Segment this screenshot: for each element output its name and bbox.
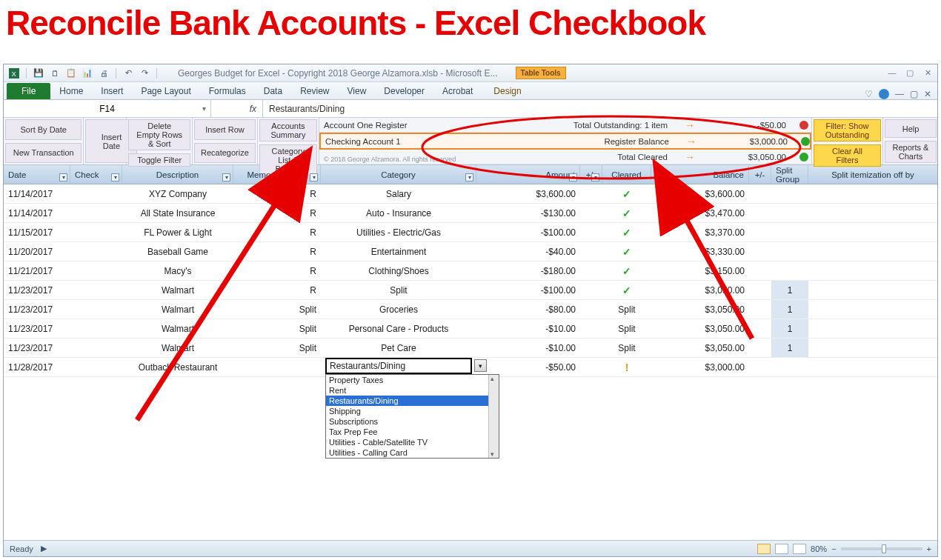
cell[interactable] [70, 261, 122, 280]
tab-home[interactable]: Home [50, 83, 92, 99]
cell[interactable] [749, 184, 771, 203]
cell[interactable]: Clothing/Shoes [321, 261, 476, 280]
recategorize-button[interactable]: Recategorize [194, 143, 256, 164]
cell[interactable]: $3,050.00 [651, 300, 749, 319]
dropdown-toggle-icon[interactable]: ▾ [474, 359, 487, 372]
cell[interactable]: 11/14/2017 [4, 184, 70, 203]
window-close-icon[interactable]: ✕ [924, 89, 931, 99]
cell[interactable]: 11/23/2017 [4, 339, 70, 357]
col-split-itemization[interactable]: Split itemization off by [808, 165, 937, 184]
zoom-slider[interactable] [841, 547, 922, 550]
cell[interactable]: XYZ Company [122, 184, 233, 203]
table-row[interactable]: 11/15/2017FL Power & LightRUtilities - E… [4, 223, 937, 242]
col-pm1[interactable]: +/-▾ [580, 165, 602, 184]
cell[interactable]: $3,150.00 [651, 261, 749, 280]
macro-record-icon[interactable]: ▶ [41, 544, 47, 553]
col-cleared[interactable]: Cleared [602, 165, 651, 184]
window-restore-icon[interactable]: ▢ [910, 89, 918, 99]
redo-icon[interactable]: ↷ [139, 67, 150, 79]
cell[interactable] [771, 184, 808, 203]
cell[interactable]: 1 [771, 319, 808, 338]
filter-show-outstanding-button[interactable]: Filter: Show Outstanding [814, 119, 881, 141]
help-button[interactable]: Help [885, 119, 937, 138]
table-body[interactable]: 11/14/2017XYZ CompanyRSalary$3,600.00✓$3… [4, 184, 937, 540]
category-dropdown-cell[interactable]: Restaurants/Dining▾Property TaxesRentRes… [321, 358, 476, 376]
view-normal-button[interactable] [757, 544, 771, 554]
cell[interactable]: Split [602, 319, 651, 338]
cell[interactable]: $3,470.00 [651, 204, 749, 222]
cell[interactable]: 11/14/2017 [4, 204, 70, 222]
cell[interactable]: Personal Care - Products [321, 319, 476, 338]
cell[interactable] [70, 242, 122, 261]
col-balance[interactable]: Balance [651, 165, 749, 184]
cell[interactable]: ✓ [602, 261, 651, 280]
name-box[interactable]: F14 [4, 100, 211, 117]
ribbon-collapse-icon[interactable]: ♡ [865, 89, 873, 99]
filter-dropdown-icon[interactable]: ▾ [310, 173, 318, 181]
cell[interactable]: $3,600.00 [476, 184, 580, 203]
dropdown-option[interactable]: Subscriptions [326, 416, 499, 427]
table-row[interactable]: 11/23/2017WalmartSplitPet Care-$10.00Spl… [4, 339, 937, 358]
filter-dropdown-icon[interactable]: ▾ [274, 173, 282, 181]
cell[interactable] [70, 281, 122, 299]
cell[interactable]: Split [285, 300, 321, 319]
cell[interactable] [808, 184, 937, 203]
cell[interactable] [70, 204, 122, 222]
cell[interactable] [771, 358, 808, 376]
cell[interactable]: 1 [771, 339, 808, 357]
cell[interactable] [749, 281, 771, 299]
dropdown-list[interactable]: Property TaxesRentRestaurants/DiningShip… [325, 374, 499, 459]
cell[interactable]: -$40.00 [476, 242, 580, 261]
col-date[interactable]: Date▾ [4, 165, 70, 184]
cell[interactable]: Salary [321, 184, 476, 203]
cell[interactable] [749, 204, 771, 222]
clear-all-filters-button[interactable]: Clear All Filters [814, 144, 881, 167]
zoom-in-icon[interactable]: + [927, 544, 931, 553]
col-description[interactable]: Description▾ [122, 165, 233, 184]
cell[interactable] [233, 300, 285, 319]
cell[interactable]: Split [602, 339, 651, 357]
cell[interactable]: Baseball Game [122, 242, 233, 261]
cell[interactable]: Outback Restaurant [122, 358, 233, 376]
window-min-icon[interactable]: — [895, 89, 904, 99]
reports-charts-button[interactable]: Reports & Charts [885, 141, 937, 163]
table-row[interactable]: 11/14/2017XYZ CompanyRSalary$3,600.00✓$3… [4, 184, 937, 204]
cell[interactable]: 11/28/2017 [4, 358, 70, 376]
table-row[interactable]: 11/23/2017WalmartRSplit-$100.00✓$3,050.0… [4, 281, 937, 300]
delete-empty-rows-button[interactable]: Delete Empty Rows & Sort [128, 119, 190, 150]
filter-dropdown-icon[interactable]: ▾ [111, 173, 119, 181]
cell[interactable]: Auto - Insurance [321, 204, 476, 222]
new-transaction-button[interactable]: New Transaction [5, 143, 82, 164]
cell[interactable] [580, 223, 602, 241]
cell[interactable] [580, 242, 602, 261]
view-page-break-button[interactable] [793, 544, 806, 554]
cell[interactable] [233, 358, 285, 376]
cell[interactable]: -$130.00 [476, 204, 580, 222]
cell[interactable] [233, 339, 285, 357]
col-memo[interactable]: Memo▾ [233, 165, 285, 184]
dropdown-option[interactable]: Property Taxes [326, 375, 499, 385]
cell[interactable]: Walmart [122, 319, 233, 338]
cell[interactable]: -$100.00 [476, 223, 580, 241]
scrollbar[interactable] [488, 375, 499, 458]
cell[interactable] [580, 319, 602, 338]
cell[interactable]: $3,000.00 [651, 358, 749, 376]
view-page-layout-button[interactable] [775, 544, 788, 554]
cell[interactable]: ✓ [602, 242, 651, 261]
cell[interactable]: 11/20/2017 [4, 242, 70, 261]
cell[interactable]: ✓ [602, 204, 651, 222]
insert-row-button[interactable]: Insert Row [194, 119, 256, 140]
cell[interactable] [808, 319, 937, 338]
cell[interactable] [580, 261, 602, 280]
table-row[interactable]: 11/23/2017WalmartSplitPersonal Care - Pr… [4, 319, 937, 339]
dropdown-option[interactable]: Restaurants/Dining [326, 396, 499, 406]
cell[interactable]: Entertainment [321, 242, 476, 261]
dropdown-option[interactable]: Rent [326, 385, 499, 396]
cell[interactable]: FL Power & Light [122, 223, 233, 241]
cell[interactable]: R [285, 184, 321, 203]
cell[interactable] [808, 242, 937, 261]
tab-review[interactable]: Review [291, 83, 338, 99]
cell[interactable]: Walmart [122, 300, 233, 319]
cell[interactable] [580, 204, 602, 222]
dropdown-option[interactable]: Utilities - Calling Card [326, 447, 499, 458]
